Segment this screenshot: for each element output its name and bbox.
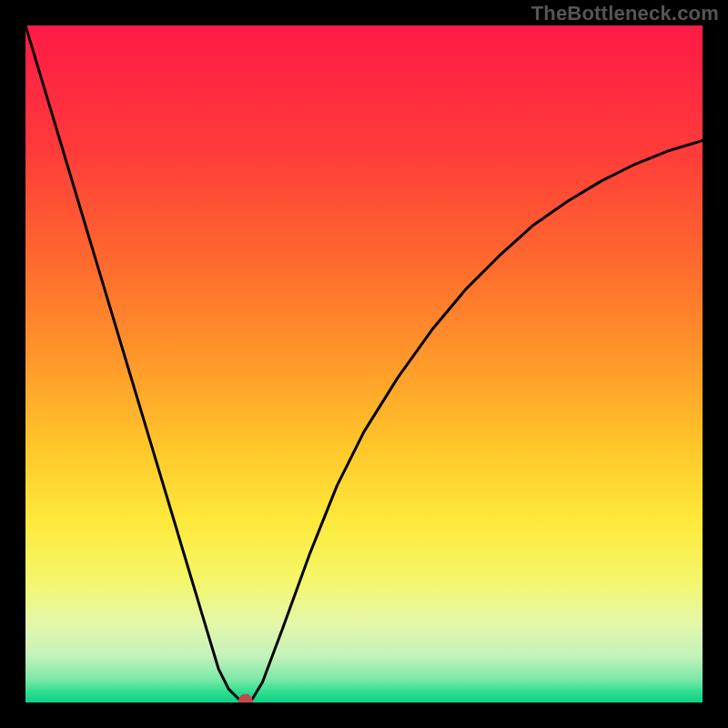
watermark-text: TheBottleneck.com (531, 2, 719, 25)
plot-area (25, 25, 703, 703)
chart-frame: TheBottleneck.com (0, 0, 728, 728)
bottleneck-curve-chart (25, 25, 703, 703)
